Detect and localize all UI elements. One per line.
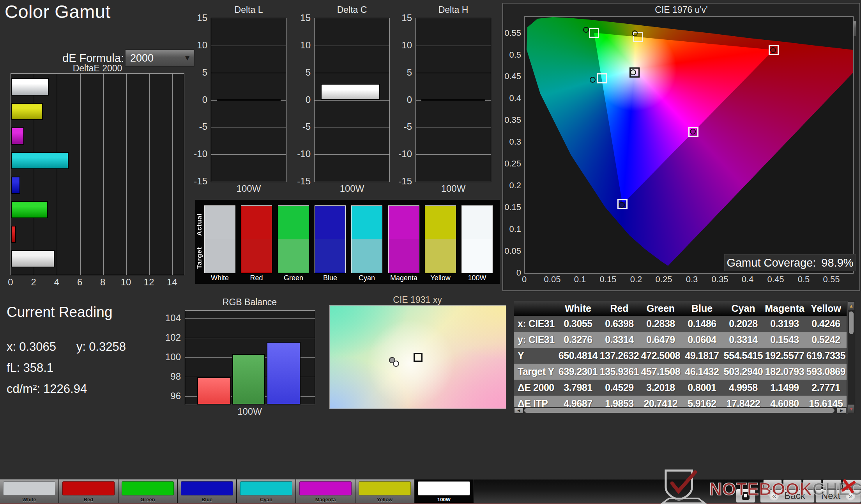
de-formula-value: 2000 [130, 52, 154, 64]
patch-button-white[interactable]: White [0, 479, 59, 503]
scrollbar-thumb[interactable] [849, 311, 854, 334]
gridline [57, 74, 57, 275]
table-vertical-scrollbar[interactable]: ▲ ▼ [847, 301, 855, 414]
scroll-right-icon[interactable]: ► [837, 408, 846, 413]
target-row-label: Target [196, 241, 203, 276]
axis-tick-label: 0.3 [682, 274, 702, 285]
patch-button-green[interactable]: Green [118, 479, 178, 503]
patch-compare-label: White [202, 274, 238, 282]
scroll-up-icon[interactable]: ▲ [848, 302, 854, 310]
table-cell: 0.0604 [681, 332, 723, 348]
axis-tick-label: 5 [407, 67, 412, 78]
axis-tick-label: -5 [302, 121, 311, 132]
patch-actual-color [241, 206, 272, 239]
axis-tick-label: -10 [398, 149, 412, 159]
axis-tick-label: 0.4 [737, 274, 758, 285]
cie1931-chromaticity-diagram [329, 305, 506, 409]
reading-fl: fL:358.1 [7, 361, 53, 375]
scroll-left-icon[interactable]: ◄ [514, 408, 523, 413]
patch-button-100w[interactable]: 100W [415, 479, 474, 503]
delta-l-x-label: 100W [211, 183, 286, 194]
axis-tick-label: 5 [306, 67, 311, 78]
gridline [211, 127, 286, 127]
gridline [149, 74, 150, 275]
axis-tick-label: 10 [197, 40, 207, 51]
patch-button-label: Red [59, 497, 118, 502]
reading-y-label: y: [76, 340, 86, 354]
patch-actual-color [205, 206, 235, 239]
patch-actual-color [352, 206, 382, 239]
target-marker-green [589, 28, 599, 38]
patch-button-yellow[interactable]: Yellow [355, 479, 415, 503]
rgb-balance-chart [185, 310, 315, 405]
gridline [315, 100, 389, 101]
patch-magenta [388, 205, 419, 273]
column-header: Green [640, 301, 681, 316]
patch-button-blue[interactable]: Blue [178, 479, 237, 503]
table-cell: 15.6145 [805, 396, 847, 407]
gridline [416, 73, 491, 73]
patch-actual-color [389, 206, 419, 239]
reading-x-value: 0.3065 [19, 340, 56, 354]
patch-button-label: White [0, 497, 58, 502]
scroll-down-icon[interactable]: ▼ [848, 405, 854, 413]
axis-tick-label: 0.15 [598, 274, 618, 285]
table-cell: 619.7335 [805, 348, 847, 364]
patch-actual-color [462, 206, 492, 239]
table-cell: 135.9361 [599, 364, 640, 380]
patch-swatch [240, 481, 292, 495]
row-label: Target Y [514, 364, 557, 380]
table-cell: 182.0793 [764, 364, 805, 380]
deltae2000-chart [11, 73, 184, 275]
axis-tick-label: 0.2 [509, 180, 521, 191]
delta-l-title: Delta L [211, 5, 286, 15]
zero-bar [421, 99, 485, 101]
axis-tick-label: 15 [401, 12, 412, 23]
axis-tick-label: 15 [197, 12, 207, 23]
delta-l-chart [211, 18, 286, 182]
rgb-balance-title: RGB Balance [185, 297, 315, 308]
patch-swatch [418, 481, 470, 495]
scrollbar-thumb[interactable] [524, 408, 834, 413]
axis-tick-label: 0.05 [542, 274, 562, 285]
axis-tick-label: 5 [202, 67, 207, 78]
deltae2000-chart-title: DeltaE 2000 [11, 63, 184, 74]
cie1976-title: CIE 1976 u'v' [502, 5, 860, 15]
axis-tick-label: -10 [297, 149, 311, 159]
table-cell: 49.1817 [681, 348, 723, 364]
axis-tick-label: -15 [194, 176, 207, 187]
delta-l-y-axis: 151050-5-10-15 [190, 18, 209, 181]
measurement-table: WhiteRedGreenBlueCyanMagentaYellow x: CI… [514, 301, 847, 407]
axis-tick-label: 0.55 [821, 274, 842, 285]
patch-button-red[interactable]: Red [59, 479, 118, 503]
patch-green [278, 205, 309, 273]
table-row: y: CIE310.32760.33140.64790.06040.33140.… [514, 332, 847, 348]
table-row: Y650.4814137.2632472.500849.1817554.5415… [514, 348, 847, 364]
measured-marker-cyan [590, 77, 596, 83]
table-horizontal-scrollbar[interactable]: ◄ ► [514, 407, 847, 414]
bar-red [11, 226, 16, 243]
reading-cdm2-label: cd/m²: [7, 382, 40, 396]
axis-tick-label: -5 [199, 121, 207, 132]
table-row: x: CIE310.30550.63980.28380.14860.20280.… [514, 316, 847, 332]
table-row: ΔE ITP4.96871.985320.74125.916217.84224.… [514, 396, 847, 407]
bar-cyan [11, 152, 69, 169]
patch-blue [315, 205, 346, 273]
gridline [126, 74, 127, 275]
axis-tick-label: 0.3 [509, 137, 521, 147]
axis-tick-label: 0.1 [509, 224, 521, 234]
table-cell: 554.5415 [723, 348, 764, 364]
table-cell: 0.3314 [599, 332, 640, 348]
cie1976-markers [525, 17, 853, 273]
table-row: Target Y639.2301135.9361457.150846.14325… [514, 364, 847, 380]
patch-target-color [352, 239, 382, 273]
patch-button-magenta[interactable]: Magenta [296, 479, 355, 503]
delta-h-y-axis: 151050-5-10-15 [395, 18, 414, 181]
delta-c-title: Delta C [314, 5, 390, 15]
patch-compare-label: Red [239, 274, 274, 282]
patch-target-color [462, 239, 492, 273]
reading-x-label: x: [7, 340, 16, 354]
bar-red [197, 377, 231, 405]
patch-button-cyan[interactable]: Cyan [237, 479, 296, 503]
axis-tick-label: 15 [300, 12, 311, 23]
